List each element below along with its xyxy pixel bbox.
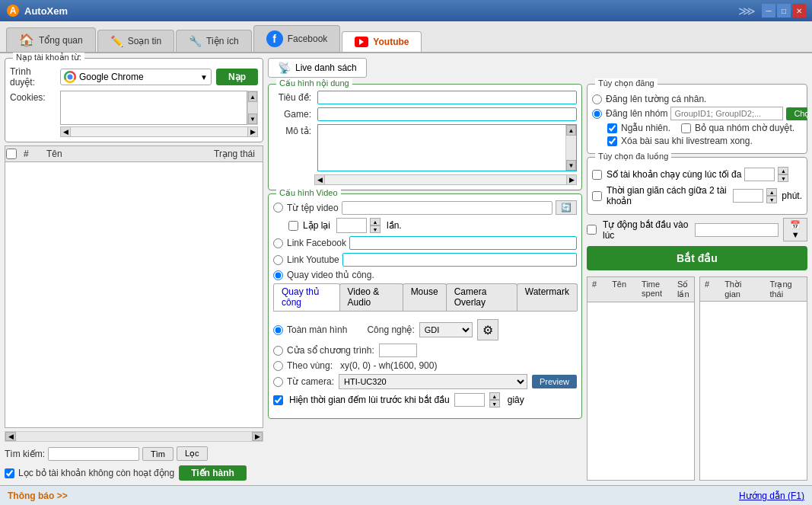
find-button[interactable]: Tìm [142,447,174,461]
tienhanh-button[interactable]: Tiến hành [179,465,247,481]
tu-camera-radio[interactable] [273,377,283,387]
radio-canhan-label[interactable]: Đăng lên tường cá nhân. [592,94,706,104]
link-fb-input[interactable]: https://www.facebook.com/AAA/videos/AAA/ [349,236,577,250]
tg-up[interactable]: ▲ [766,188,777,196]
countdown-up[interactable]: ▲ [489,392,500,400]
datetime-input[interactable]: 15/03/2022 14:32 [695,223,779,237]
link-yt-radio[interactable] [273,255,283,265]
game-input[interactable] [317,107,577,121]
minimize-button[interactable]: ─ [762,4,775,18]
radio-nhom[interactable] [592,109,602,119]
settings-button[interactable]: ⚙ [477,319,498,340]
tab-youtube[interactable]: Youtube [342,31,422,52]
quay-radio-label[interactable]: Quay video thủ công. [273,270,374,280]
laplai-checkbox[interactable] [288,221,298,231]
countdown-input[interactable]: 3 [454,393,485,407]
cookies-scrollbar-v[interactable]: ▲ ▼ [247,91,258,125]
filter-inactive-checkbox[interactable]: Lọc bỏ tài khoản không còn hoạt động [5,468,174,478]
scroll-down-btn[interactable]: ▼ [248,113,257,124]
hscroll-right-btn[interactable]: ▶ [252,432,263,441]
browse-file-btn[interactable]: 🔄 [556,200,577,215]
thoi-gian-checkbox[interactable] [592,191,602,201]
link-yt-radio-label[interactable]: Link Youtube [273,254,339,265]
tab-tongquan[interactable]: 🏠 Tổng quan [6,27,96,52]
subtab-mouse[interactable]: Mouse [403,283,447,311]
preview-button[interactable]: Preview [532,375,577,388]
mota-input[interactable] [318,125,565,171]
cong-nghe-select[interactable]: GDI [419,322,473,337]
link-yt-input[interactable]: https://www.youtube.com/watch?v=AAA [342,253,577,267]
minimize-all-icon[interactable]: ⋙ [738,4,756,18]
search-input[interactable] [48,447,139,461]
subtab-watermark[interactable]: Watermark [517,283,578,311]
chon-button[interactable]: Chọn [786,107,807,120]
scroll-right-btn[interactable]: ▶ [247,126,258,137]
tab-facebook[interactable]: f Facebook [253,25,341,52]
tu-tep-radio[interactable] [273,203,283,213]
cookies-input[interactable] [60,91,247,125]
nhom-input[interactable] [670,107,783,120]
laplai-down[interactable]: ▼ [370,225,381,233]
scroll-left-btn[interactable]: ◀ [60,126,71,137]
nap-button[interactable]: Nạp [216,69,258,85]
xoa-bai-checkbox[interactable] [607,136,617,146]
mota-scroll-down[interactable]: ▼ [566,160,576,171]
subtab-videoaudio[interactable]: Video & Audio [339,283,403,311]
subtab-quaythucong[interactable]: Quay thủ công [273,283,340,311]
mota-hleft[interactable]: ◀ [314,174,325,185]
mota-htrack[interactable] [325,174,566,185]
scroll-track[interactable] [71,126,247,137]
radio-canhan[interactable] [592,94,602,104]
tu-tep-row: Từ tệp video 🔄 [273,200,577,215]
cua-so-radio-label[interactable]: Cửa sổ chương trình: [273,345,374,356]
browser-select-wrapper[interactable]: Google Chrome ▼ [60,69,212,85]
bo-qua-check-label[interactable]: Bỏ qua nhóm chờ duyệt. [681,123,794,133]
link-fb-radio[interactable] [273,238,283,248]
camera-select[interactable]: HTI-UC320 [339,374,527,389]
ngau-nhien-check-label[interactable]: Ngẫu nhiên. [607,123,670,133]
tu-tep-input[interactable] [342,201,552,215]
tieude-input[interactable] [317,91,577,104]
bat-dau-button[interactable]: Bắt đầu [587,246,807,270]
laplai-up[interactable]: ▲ [370,218,381,225]
toan-man-hinh-radio[interactable] [273,325,283,335]
mota-scroll-up[interactable]: ▲ [566,125,576,136]
toan-man-hinh-radio-label[interactable]: Toàn màn hình [273,324,347,335]
ngau-nhien-checkbox[interactable] [607,123,617,133]
filter-button[interactable]: Lọc [177,446,208,461]
mota-hright[interactable]: ▶ [566,174,577,185]
so-tk-checkbox[interactable] [592,170,602,180]
thoi-gian-input[interactable]: 1 [733,189,763,203]
cua-so-input[interactable]: 0 [379,344,417,357]
countdown-checkbox[interactable] [273,395,283,405]
maximize-button[interactable]: □ [777,4,791,18]
auto-start-checkbox[interactable] [587,225,597,235]
countdown-down[interactable]: ▼ [489,400,500,408]
bo-qua-checkbox[interactable] [681,123,691,133]
close-button[interactable]: ✕ [792,4,806,18]
table-scrollbar-h[interactable]: ◀ ▶ [5,431,263,442]
xoa-bai-check-label[interactable]: Xóa bài sau khi livestream xong. [607,136,753,146]
tg-down[interactable]: ▼ [766,196,777,203]
hscroll-left-btn[interactable]: ◀ [5,432,16,441]
tu-tep-radio-label[interactable]: Từ tệp video [273,203,339,213]
calendar-button[interactable]: 📅▼ [783,218,807,241]
cua-so-radio[interactable] [273,346,283,356]
link-fb-radio-label[interactable]: Link Facebook [273,238,346,248]
theo-vung-radio-label[interactable]: Theo vùng: [273,360,333,371]
theo-vung-radio[interactable] [273,361,283,371]
tu-camera-radio-label[interactable]: Từ camera: [273,376,334,387]
sotk-up[interactable]: ▲ [778,167,788,174]
subtab-cameraoverlay[interactable]: Camera Overlay [446,283,517,311]
scroll-up-btn[interactable]: ▲ [248,91,257,102]
sotk-down[interactable]: ▼ [778,174,788,182]
laplai-input[interactable]: 1 [336,218,367,233]
select-all-checkbox[interactable] [5,149,18,159]
tab-soantin[interactable]: ✏️ Soạn tin [97,30,174,52]
so-tk-input[interactable]: 3 [744,168,775,181]
live-danhsach-button[interactable]: 📡 Live danh sách [268,58,367,78]
help-link[interactable]: Hướng dẫn (F1) [739,491,804,501]
tab-tienich[interactable]: 🔧 Tiện ích [176,30,252,52]
quay-radio[interactable] [273,270,283,280]
radio-nhom-label[interactable]: Đăng lên nhóm [592,108,667,119]
